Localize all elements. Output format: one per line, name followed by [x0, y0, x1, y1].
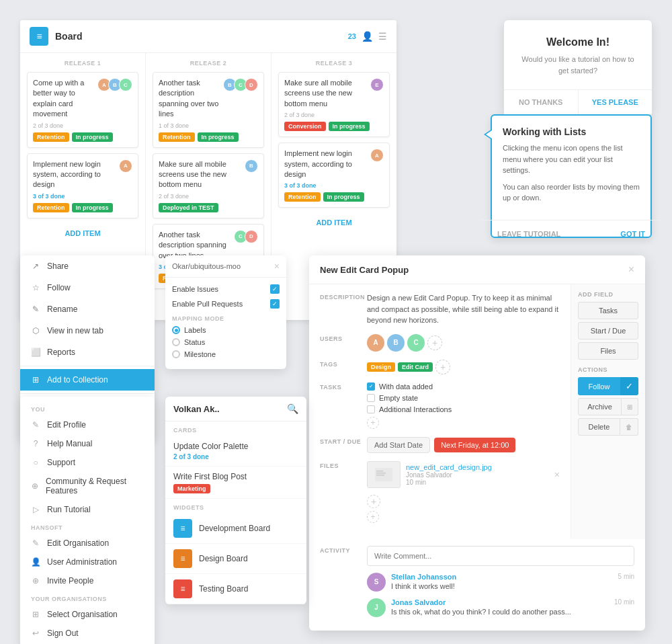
- avatar-count: 23: [348, 32, 356, 40]
- tags-field: TAGS Design Edit Card +: [320, 360, 560, 374]
- archive-icon-button[interactable]: ⊞: [622, 398, 638, 415]
- popup-sidebar: ADD FIELD Tasks Start / Due Files ACTION…: [571, 284, 645, 539]
- volkan-search-button[interactable]: 🔍: [287, 403, 298, 414]
- radio-milestone-btn[interactable]: [172, 350, 180, 358]
- github-close-button[interactable]: ×: [274, 261, 280, 272]
- tooltip-title: Working with Lists: [503, 126, 640, 137]
- yes-please-button[interactable]: YES PLEASE: [579, 90, 653, 114]
- card-count: 2 of 3 done: [33, 122, 132, 129]
- follow-icon: ☆: [31, 283, 40, 292]
- date-row: Add Start Date Next Friday, at 12:00: [367, 437, 560, 453]
- card-text: Implement new login system, according to…: [33, 159, 115, 190]
- follow-button[interactable]: Follow: [578, 377, 620, 395]
- menu-divider: [20, 393, 155, 394]
- enable-issues-checkbox[interactable]: ✓: [270, 284, 280, 294]
- widget-label-development: Development Board: [199, 524, 270, 533]
- menu-help-manual[interactable]: ? Help Manual: [20, 434, 155, 453]
- widget-label-design: Design Board: [199, 554, 248, 563]
- card[interactable]: Come up with a better way to explain car…: [27, 72, 138, 148]
- menu-item-follow[interactable]: ☆ Follow: [20, 277, 155, 298]
- widget-development[interactable]: ≡ Development Board: [165, 514, 306, 544]
- add-file-row-button[interactable]: +: [367, 511, 379, 523]
- menu-user-admin[interactable]: 👤 User Administration: [20, 553, 155, 571]
- archive-button[interactable]: Archive: [578, 398, 622, 415]
- add-start-date-button[interactable]: Add Start Date: [367, 437, 430, 453]
- add-tag-button[interactable]: +: [435, 360, 450, 374]
- user-avatar: B: [387, 334, 405, 352]
- column-header-3: RELEASE 3: [278, 53, 390, 72]
- user-avatar: C: [407, 334, 425, 352]
- user-icon[interactable]: 👤: [362, 31, 373, 42]
- task-checkbox[interactable]: [367, 394, 375, 402]
- comment-body: Jonas Salvador 10 min Is this ok, what d…: [391, 598, 634, 617]
- menu-edit-profile[interactable]: ✎ Edit Profile: [20, 415, 155, 434]
- menu-item-new-tab[interactable]: ⬡ View in new tab: [20, 320, 155, 341]
- card[interactable]: Implement new login system, according to…: [278, 143, 390, 208]
- follow-dropdown-button[interactable]: ✓: [620, 377, 638, 395]
- files-field-button[interactable]: Files: [578, 342, 638, 360]
- github-panel: Okar/ubiquitous-moo × Enable Issues ✓ En…: [165, 255, 286, 369]
- volkan-card[interactable]: Update Color Palette 2 of 3 done: [165, 436, 306, 467]
- add-task-button[interactable]: +: [367, 417, 379, 429]
- delete-button[interactable]: Delete: [578, 418, 620, 436]
- menu-sign-out[interactable]: ↩ Sign Out: [20, 624, 155, 643]
- card[interactable]: Another task description spanning over t…: [153, 72, 264, 148]
- volkan-card[interactable]: Write First Blog Post Marketing: [165, 467, 306, 499]
- card[interactable]: Make sure all mobile screens use the new…: [278, 72, 390, 137]
- menu-community[interactable]: ⊕ Community & Request Features: [20, 472, 155, 500]
- card[interactable]: Implement new login system, according to…: [27, 153, 138, 218]
- widget-design[interactable]: ≡ Design Board: [165, 544, 306, 574]
- delete-icon-button[interactable]: 🗑: [620, 418, 638, 436]
- task-checkbox[interactable]: [367, 405, 375, 413]
- menu-item-collection[interactable]: ⊞ Add to Collection: [20, 369, 155, 391]
- next-friday-button[interactable]: Next Friday, at 12:00: [434, 438, 515, 452]
- task-row: With data added: [367, 383, 560, 391]
- start-due-field-button[interactable]: Start / Due: [578, 322, 638, 339]
- task-checkbox[interactable]: [367, 383, 375, 391]
- menu-run-tutorial-label: Run Tutorial: [47, 505, 91, 514]
- card-text: Come up with a better way to explain car…: [33, 78, 93, 120]
- widget-testing[interactable]: ≡ Testing Board: [165, 574, 306, 604]
- got-it-button[interactable]: GOT IT: [615, 227, 650, 241]
- card-tags: Retention In progress: [284, 192, 384, 202]
- widget-label-testing: Testing Board: [199, 584, 248, 594]
- add-file-button[interactable]: +: [367, 495, 380, 508]
- welcome-subtitle: Would you like a tutorial on how to get …: [517, 54, 638, 76]
- menu-run-tutorial[interactable]: ▷ Run Tutorial: [20, 500, 155, 519]
- menu-item-share[interactable]: ↗ Share: [20, 255, 155, 277]
- comment-text-2: Is this ok, what do you think? I could d…: [391, 608, 634, 616]
- radio-status: Status: [172, 338, 280, 346]
- popup-close-button[interactable]: ×: [628, 264, 634, 276]
- menu-select-org[interactable]: ⊞ Select Organisation: [20, 605, 155, 624]
- radio-labels-btn[interactable]: [172, 326, 180, 334]
- enable-issues-label: Enable Issues: [172, 285, 218, 293]
- menu-support[interactable]: ○ Support: [20, 453, 155, 472]
- tooltip-content: Working with Lists Clicking the menu ico…: [492, 116, 650, 220]
- widget-icon-blue: ≡: [173, 519, 192, 538]
- enable-pull-requests-checkbox[interactable]: ✓: [270, 299, 280, 309]
- add-user-button[interactable]: +: [427, 335, 442, 350]
- comment-input[interactable]: [367, 546, 634, 566]
- menu-edit-org[interactable]: ✎ Edit Organisation: [20, 534, 155, 553]
- widget-icon-orange: ≡: [173, 549, 192, 568]
- card-count: 2 of 3 done: [159, 193, 258, 200]
- file-remove-button[interactable]: ×: [554, 469, 560, 480]
- add-item-btn[interactable]: ADD ITEM: [27, 224, 138, 243]
- radio-status-btn[interactable]: [172, 338, 180, 346]
- help-manual-icon: ?: [31, 439, 40, 448]
- card-count: 2 of 3 done: [284, 112, 384, 118]
- menu-invite-people[interactable]: ⊕ Invite People: [20, 571, 155, 590]
- no-thanks-button[interactable]: NO THANKS: [504, 90, 579, 114]
- column-header-2: RELEASE 2: [153, 53, 264, 72]
- menu-icon[interactable]: ☰: [378, 31, 387, 42]
- card[interactable]: Make sure all mobile screens use the new…: [153, 153, 264, 218]
- enable-pull-requests-row: Enable Pull Requests ✓: [172, 299, 280, 309]
- add-item-btn[interactable]: ADD ITEM: [278, 213, 390, 232]
- hansoft-section-label: HANSOFT: [20, 519, 155, 534]
- menu-item-rename[interactable]: ✎ Rename: [20, 298, 155, 320]
- tooltip-text-1: Clicking the menu icon opens the list me…: [503, 143, 640, 176]
- menu-item-reports[interactable]: ⬜ Reports: [20, 341, 155, 363]
- tasks-field-button[interactable]: Tasks: [578, 302, 638, 319]
- tag-retention: Retention: [284, 192, 321, 202]
- leave-tutorial-button[interactable]: LEAVE TUTORIAL: [492, 227, 566, 241]
